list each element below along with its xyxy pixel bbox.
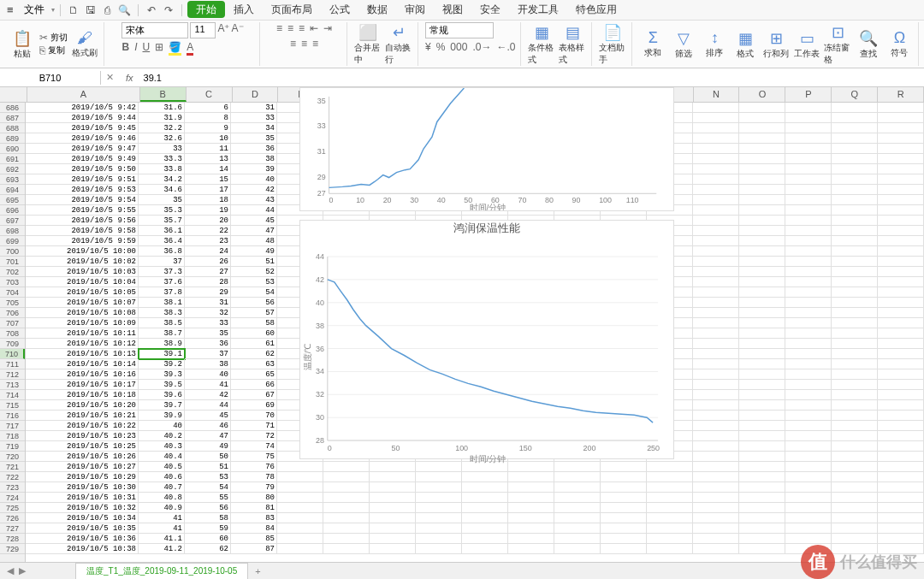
cell[interactable] xyxy=(693,493,739,503)
cell[interactable]: 35.3 xyxy=(139,205,185,216)
cell[interactable] xyxy=(785,318,832,328)
row-header[interactable]: 687 xyxy=(0,113,25,123)
cell[interactable] xyxy=(693,164,739,174)
align-top-icon[interactable]: ≡ xyxy=(276,22,282,34)
bold-icon[interactable]: B xyxy=(121,41,129,56)
col-header-D[interactable]: D xyxy=(233,87,279,102)
cell[interactable] xyxy=(323,493,370,503)
cell[interactable] xyxy=(878,144,924,154)
cell[interactable]: 2019/10/5 10:29 xyxy=(26,472,139,482)
cell[interactable]: 45 xyxy=(185,411,231,421)
cell[interactable] xyxy=(277,544,323,554)
indent-dec-icon[interactable]: ⇤ xyxy=(310,22,318,34)
cell[interactable] xyxy=(739,236,785,246)
cell[interactable] xyxy=(370,493,416,503)
cell[interactable] xyxy=(554,523,601,534)
cell[interactable] xyxy=(785,380,832,390)
cell[interactable] xyxy=(693,236,739,246)
cell[interactable]: 40.4 xyxy=(139,452,185,462)
cell[interactable]: 48 xyxy=(231,236,277,246)
cell[interactable] xyxy=(739,400,785,411)
row-header[interactable]: 695 xyxy=(0,195,25,205)
currency-icon[interactable]: ¥ xyxy=(425,41,431,53)
sheet-button[interactable]: ▭工作表 xyxy=(793,29,820,60)
freeze-button[interactable]: ⊡冻结窗格 xyxy=(824,23,851,66)
cell[interactable]: 74 xyxy=(231,441,277,452)
cell[interactable] xyxy=(878,257,924,267)
cell[interactable] xyxy=(693,523,739,534)
cell[interactable] xyxy=(878,318,924,328)
cell[interactable] xyxy=(832,482,878,493)
cell[interactable] xyxy=(693,359,739,369)
cell[interactable] xyxy=(785,144,832,154)
cell[interactable] xyxy=(693,328,739,339)
cell[interactable]: 2019/10/5 10:05 xyxy=(26,287,139,298)
cell[interactable] xyxy=(462,503,508,513)
cell[interactable]: 41 xyxy=(139,513,185,523)
cell[interactable] xyxy=(647,493,693,503)
cell[interactable] xyxy=(832,369,878,380)
cell[interactable] xyxy=(416,534,462,544)
cell[interactable] xyxy=(878,287,924,298)
col-header-R[interactable]: R xyxy=(878,87,924,102)
cell[interactable] xyxy=(554,493,601,503)
cell[interactable] xyxy=(878,534,924,544)
cell[interactable] xyxy=(508,493,554,503)
cell[interactable] xyxy=(739,339,785,349)
cell[interactable] xyxy=(785,185,832,195)
dec-inc-icon[interactable]: .0→ xyxy=(472,41,491,53)
cell[interactable]: 34.6 xyxy=(139,185,185,195)
cell[interactable] xyxy=(832,226,878,236)
cell[interactable]: 72 xyxy=(231,431,277,441)
cell[interactable] xyxy=(693,308,739,318)
cell[interactable] xyxy=(878,441,924,452)
cell[interactable] xyxy=(739,226,785,236)
row-header[interactable]: 691 xyxy=(0,154,25,164)
cell[interactable] xyxy=(878,267,924,277)
cell[interactable]: 41.2 xyxy=(139,544,185,554)
row-header[interactable]: 702 xyxy=(0,267,25,277)
row-header[interactable]: 720 xyxy=(0,452,25,462)
row-header[interactable]: 690 xyxy=(0,144,25,154)
cell[interactable]: 51 xyxy=(185,462,231,472)
cell[interactable]: 55 xyxy=(185,493,231,503)
cell[interactable]: 62 xyxy=(231,349,277,359)
cell[interactable] xyxy=(462,513,508,523)
align-middle-icon[interactable]: ≡ xyxy=(287,22,293,34)
cell[interactable] xyxy=(785,205,832,216)
cell[interactable] xyxy=(878,421,924,431)
cell[interactable] xyxy=(693,185,739,195)
qat-redo-icon[interactable]: ↷ xyxy=(161,4,176,16)
spreadsheet-grid[interactable]: ABCDEFGHIJKLMNOPQR 686687688689690691692… xyxy=(0,87,924,566)
cell[interactable] xyxy=(739,523,785,534)
cell[interactable]: 40.2 xyxy=(139,431,185,441)
cell[interactable]: 56 xyxy=(231,298,277,308)
cell[interactable] xyxy=(601,523,647,534)
row-header[interactable]: 696 xyxy=(0,205,25,216)
cell[interactable] xyxy=(832,421,878,431)
cell[interactable] xyxy=(832,133,878,144)
cell[interactable] xyxy=(785,400,832,411)
cell[interactable]: 2019/10/5 10:13 xyxy=(26,349,139,359)
italic-icon[interactable]: I xyxy=(134,41,137,56)
cell[interactable]: 2019/10/5 9:45 xyxy=(26,123,139,133)
cell[interactable]: 9 xyxy=(185,123,231,133)
cell[interactable] xyxy=(785,308,832,318)
cell[interactable] xyxy=(462,534,508,544)
cell[interactable] xyxy=(832,390,878,400)
qat-save-icon[interactable]: 🖫 xyxy=(83,4,98,16)
cell[interactable]: 61 xyxy=(231,339,277,349)
doc-aid-button[interactable]: 📄文档助手 xyxy=(599,23,626,66)
tab-1[interactable]: 插入 xyxy=(225,1,263,18)
select-all-corner[interactable] xyxy=(0,87,27,102)
cell[interactable]: 38 xyxy=(185,359,231,369)
cell[interactable] xyxy=(878,472,924,482)
cell[interactable] xyxy=(739,482,785,493)
cell[interactable]: 24 xyxy=(185,246,231,257)
cell[interactable] xyxy=(693,113,739,123)
cell[interactable] xyxy=(693,482,739,493)
cell[interactable] xyxy=(832,431,878,441)
rowcol-button[interactable]: ⊞行和列 xyxy=(762,29,790,60)
cell[interactable]: 85 xyxy=(231,534,277,544)
cell[interactable] xyxy=(693,103,739,113)
